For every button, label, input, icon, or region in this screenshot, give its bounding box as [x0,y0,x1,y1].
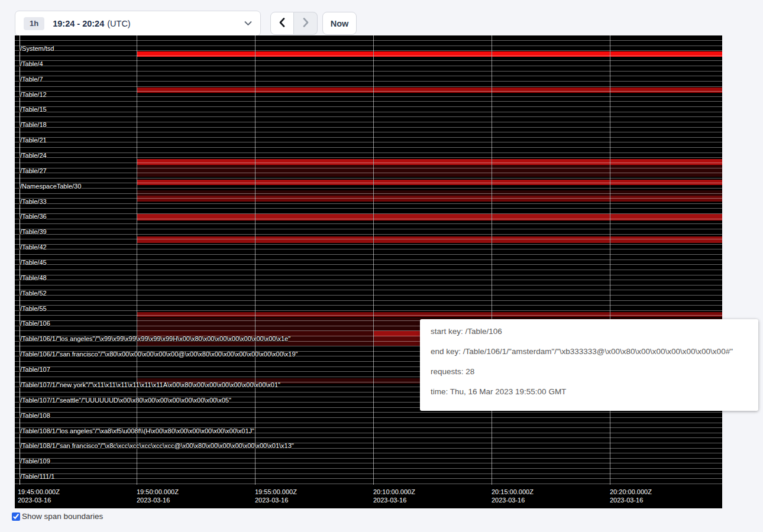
span-boundary-line [15,280,722,280]
heatmap-band [374,312,492,317]
heatmap-band [256,317,373,331]
span-boundary-line [15,122,722,122]
span-boundary-line [15,412,722,413]
prev-time-button[interactable] [270,12,294,35]
span-boundary-line [15,50,722,51]
span-boundary-line [15,423,722,423]
span-boundary-line [15,183,722,183]
heatmap-band [256,312,373,317]
heatmap-band [256,214,373,220]
span-boundary-line [15,86,722,87]
row-label: /Table/107/1/"seattle"/"UUUUUUD\x00\x80\… [20,397,231,404]
time-axis-label: 20:15:00.000Z 2023-03-16 [492,488,534,504]
show-span-boundaries-checkbox[interactable] [12,512,20,521]
span-boundary-line [15,234,722,235]
span-boundary-line [15,249,722,249]
row-label: /Table/24 [20,152,47,160]
row-label: /Table/39 [20,228,47,236]
span-boundary-line [15,458,722,459]
key-visualizer-canvas[interactable]: start key: /Table/106 end key: /Table/10… [15,35,722,508]
span-boundary-line [15,163,722,163]
row-label: /Table/48 [20,274,47,282]
heatmap-band [492,214,610,220]
span-boundary-line [15,157,722,158]
span-boundary-line [15,91,722,92]
span-boundary-line [15,76,722,76]
span-boundary-line [15,127,722,128]
span-boundaries-label: Show span boundaries [22,512,103,521]
heatmap-band [137,214,255,220]
hover-tooltip: start key: /Table/106 end key: /Table/10… [420,319,758,411]
row-label: /Table/45 [20,259,47,267]
heatmap-band [610,236,722,243]
heatmap-band [610,165,722,177]
time-axis-label: 19:50:00.000Z 2023-03-16 [137,488,179,504]
heatmap-band [374,214,492,220]
next-time-button[interactable] [294,12,318,35]
span-boundary-line [15,60,722,61]
span-boundary-line [15,453,722,453]
time-range-label: 19:24 - 20:24 [53,19,104,28]
heatmap-band [492,87,610,93]
span-boundary-line [15,178,722,179]
heatmap-band [256,236,373,243]
span-boundary-line [15,193,722,194]
row-label: /Table/111/1 [20,473,54,481]
span-boundary-line [15,264,722,265]
span-boundary-line [15,213,722,214]
span-boundary-line [15,46,722,46]
row-label: /Table/21 [20,137,47,144]
span-boundary-line [15,132,722,132]
heatmap-band [256,165,373,177]
time-axis-label: 20:10:00.000Z 2023-03-16 [373,488,415,504]
span-boundary-line [15,315,722,316]
time-nav-group [270,12,318,35]
span-boundary-line [15,101,722,102]
span-boundary-line [15,244,722,245]
span-boundary-line [15,290,722,290]
span-boundary-line [15,188,722,189]
chevron-left-icon [279,18,286,29]
span-boundary-line [15,478,722,479]
duration-badge: 1h [24,17,44,30]
row-label: /Table/106 [20,320,50,327]
span-boundary-line [15,71,722,72]
span-boundary-line [15,484,722,484]
span-boundaries-toggle[interactable]: Show span boundaries [12,512,103,521]
span-boundary-line [15,285,722,286]
heatmap-band [610,312,722,317]
tooltip-requests: requests: 28 [431,368,748,376]
span-boundary-line [15,437,722,438]
heatmap-band [137,236,255,243]
span-boundary-line [15,239,722,239]
row-label: /System/tsd [20,45,54,53]
row-label: /Table/107/1/"new york"/"\x11\x11\x11\x1… [20,381,280,389]
row-label: /Table/33 [20,198,47,206]
row-label: /Table/108/1/"los angeles"/"\xa8\xf5\u00… [20,427,254,435]
heatmap-band [492,312,610,317]
span-boundary-line [15,229,722,229]
time-axis-label: 19:45:00.000Z 2023-03-16 [18,488,60,504]
row-label: /Table/27 [20,167,47,175]
heatmap-band [256,87,373,93]
row-label: /Table/15 [20,106,47,113]
now-button[interactable]: Now [322,12,357,35]
span-boundary-line [15,153,722,153]
time-axis-label: 19:55:00.000Z 2023-03-16 [255,488,297,504]
span-boundary-line [15,203,722,204]
tooltip-start-key: start key: /Table/106 [431,327,748,336]
time-range-timezone: (UTC) [107,19,130,28]
time-range-selector[interactable]: 1h 19:24 - 20:24 (UTC) [15,11,261,36]
span-boundary-line [15,142,722,142]
span-boundary-line [15,40,722,41]
row-label: /Table/107 [20,366,50,374]
span-boundary-line [15,300,722,301]
span-boundary-line [15,106,722,107]
heatmap-band [374,165,492,177]
span-boundary-line [15,219,722,219]
row-label: /Table/36 [20,213,47,220]
time-axis-label: 20:20:00.000Z 2023-03-16 [610,488,652,504]
span-boundary-line [15,275,722,275]
heatmap-band [492,236,610,243]
heatmap-band [137,317,255,331]
